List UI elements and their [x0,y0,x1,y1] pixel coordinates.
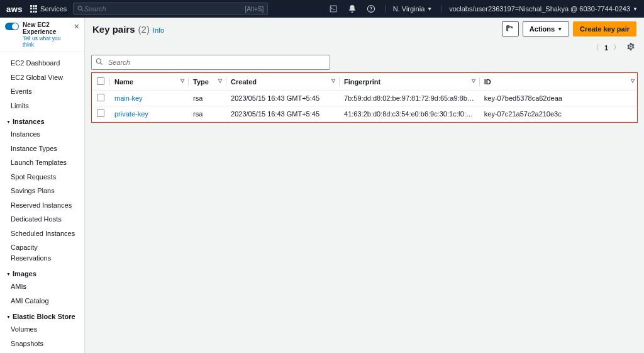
sort-icon[interactable]: ▽ [218,78,222,84]
services-menu[interactable]: Services [30,5,67,13]
services-label: Services [40,5,67,13]
sidebar-item[interactable]: AMIs [0,279,84,294]
search-shortcut: [Alt+S] [245,6,264,13]
sidebar-item[interactable]: Instances [0,127,84,142]
sidebar-item[interactable]: Events [0,84,84,99]
create-key-pair-button[interactable]: Create key pair [573,21,636,36]
table-search-input[interactable] [91,55,330,70]
sort-icon[interactable]: ▽ [631,78,635,84]
sidebar-item[interactable]: Instance Types [0,142,84,156]
cell-id: key-07bed5378ca62deaa [479,91,637,106]
top-navbar: aws Services [Alt+S] N. Virginia ▼ vocla… [0,0,644,18]
nav-list: EC2 DashboardEC2 Global ViewEventsLimits… [0,52,84,353]
main-content: Key pairs (2) Info Actions ▼ Create key … [85,18,644,353]
cell-name[interactable]: main-key [109,91,188,106]
cell-created: 2023/05/15 16:43 GMT+5:45 [226,106,339,122]
global-search[interactable]: [Alt+S] [73,3,268,15]
sidebar-item[interactable]: EC2 Global View [0,70,84,85]
sort-icon[interactable]: ▽ [180,78,184,84]
sidebar-item[interactable]: Dedicated Hosts [0,212,84,227]
page-prev[interactable]: 〈 [592,43,599,52]
sidebar-item[interactable]: AMI Catalog [0,294,84,308]
col-created[interactable]: Created▽ [226,74,339,91]
sidebar-item[interactable]: Snapshots [0,337,84,351]
col-id[interactable]: ID▽ [479,74,637,91]
settings-button[interactable] [626,42,635,53]
cell-fingerprint: 7b:59:dd:d8:02:be:97:81:72:9d:65:a9:8b… [339,91,479,106]
new-experience-subtitle[interactable]: Tell us what you think [23,35,70,48]
info-link[interactable]: Info [153,26,164,34]
region-selector[interactable]: N. Virginia ▼ [385,5,432,13]
select-all-checkbox[interactable] [97,77,104,85]
search-icon [96,58,103,65]
sidebar: New EC2 Experience Tell us what you thin… [0,18,85,353]
cell-name[interactable]: private-key [109,106,188,122]
cell-id: key-07c21a57c2a210e3c [479,106,637,122]
page-next[interactable]: 〉 [613,43,620,52]
sidebar-item[interactable]: Launch Templates [0,155,84,170]
sidebar-item[interactable]: Limits [0,99,84,113]
topnav-right: N. Virginia ▼ voclabs/user2363197=Nischa… [328,4,638,14]
new-experience-banner: New EC2 Experience Tell us what you thin… [0,18,84,52]
cell-created: 2023/05/15 16:43 GMT+5:45 [226,91,339,106]
page-title: Key pairs (2) Info [92,24,164,35]
page-current[interactable]: 1 [604,44,608,52]
new-experience-toggle[interactable] [5,23,19,30]
sidebar-group-header[interactable]: Elastic Block Store [0,308,84,322]
account-label: voclabs/user2363197=Nischal_Shakya @ 603… [449,5,630,13]
gear-icon [626,42,635,51]
page-header: Key pairs (2) Info Actions ▼ Create key … [91,20,638,40]
table-highlight: Name▽ Type▽ Created▽ Fingerprint▽ ID▽ ma… [91,72,638,123]
create-label: Create key pair [580,25,630,33]
grid-icon [30,5,38,13]
close-icon[interactable]: × [74,21,79,31]
sort-icon[interactable]: ▽ [472,78,475,84]
chevron-down-icon: ▼ [557,26,562,32]
help-icon[interactable] [366,4,376,14]
aws-logo[interactable]: aws [6,4,23,14]
page-count: (2) [138,24,150,35]
col-fingerprint[interactable]: Fingerprint▽ [339,74,479,91]
sidebar-group-header[interactable]: Instances [0,113,84,127]
search-icon [77,5,84,13]
cell-fingerprint: 41:63:2b:d0:8d:c3:54:e0:b6:9c:30:1c:f0:… [339,106,479,122]
cell-type: rsa [188,106,226,122]
sidebar-group-header[interactable]: Images [0,265,84,279]
region-label: N. Virginia [393,5,425,13]
key-pairs-table: Name▽ Type▽ Created▽ Fingerprint▽ ID▽ ma… [92,73,637,122]
cloudshell-icon[interactable] [328,4,338,14]
page-actions: Actions ▼ Create key pair [502,21,636,36]
col-type[interactable]: Type▽ [188,74,226,91]
notifications-icon[interactable] [347,4,357,14]
refresh-button[interactable] [502,21,519,36]
table-row: main-keyrsa2023/05/15 16:43 GMT+5:457b:5… [92,91,637,106]
new-experience-title: New EC2 Experience [23,21,70,35]
sort-icon[interactable]: ▽ [331,78,335,84]
row-checkbox[interactable] [97,109,104,117]
global-search-input[interactable] [84,5,245,13]
sidebar-item[interactable]: Volumes [0,322,84,337]
sidebar-item[interactable]: Scheduled Instances [0,227,84,241]
sidebar-item[interactable]: EC2 Dashboard [0,56,84,70]
refresh-icon [506,25,514,33]
sidebar-item[interactable]: Capacity Reservations [0,240,84,265]
sidebar-item[interactable]: Reserved Instances [0,198,84,213]
page-title-text: Key pairs [92,24,135,35]
table-search-row [91,55,638,70]
sub-toolbar: 〈 1 〉 [91,40,638,55]
sidebar-item[interactable]: Spot Requests [0,170,84,184]
table-row: private-keyrsa2023/05/15 16:43 GMT+5:454… [92,106,637,122]
actions-label: Actions [530,25,555,33]
sidebar-item[interactable]: Lifecycle Manager [0,350,84,353]
cell-type: rsa [188,91,226,106]
chevron-down-icon: ▼ [427,6,432,12]
actions-button[interactable]: Actions ▼ [523,21,569,36]
col-name[interactable]: Name▽ [109,74,188,91]
sidebar-item[interactable]: Savings Plans [0,184,84,198]
row-checkbox[interactable] [97,94,104,101]
pagination: 〈 1 〉 [592,43,620,52]
account-menu[interactable]: voclabs/user2363197=Nischal_Shakya @ 603… [441,5,638,13]
chevron-down-icon: ▼ [633,6,638,12]
